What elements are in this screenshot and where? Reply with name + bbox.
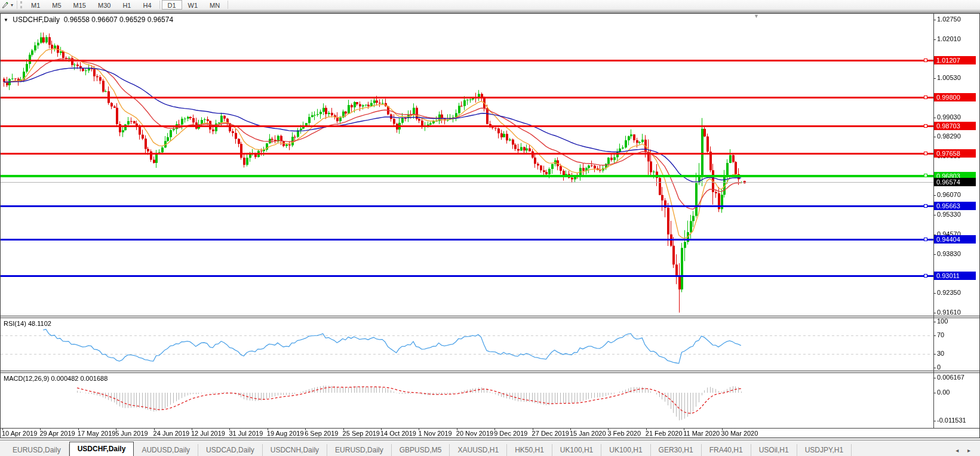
line-handle[interactable] [924,124,927,128]
price-axis-tick-label: 0.96070 [937,191,961,198]
timeframe-button-m15[interactable]: M15 [67,0,92,10]
timeframe-button-d1[interactable]: D1 [162,0,182,10]
rsi-axis-tick-label: 0 [937,363,941,371]
price-axis-tick-label: 0.93830 [937,250,961,257]
chart-tab-usdcnh-daily[interactable]: USDCNH,Daily [263,444,327,456]
line-handle[interactable] [924,58,927,62]
macd-axis-tick-label: 0.006167 [937,374,964,381]
price-axis-tick-label: 0.92350 [937,289,961,296]
rsi-indicator-label: RSI(14) 48.1102 [4,320,51,327]
date-axis-label: 31 Jul 2019 [229,430,263,437]
pane-separator[interactable] [0,371,980,371]
pane-separator[interactable] [0,318,980,318]
date-axis-label: 9 Dec 2019 [494,430,527,437]
timeframe-button-mn[interactable]: MN [204,0,226,10]
chart-tab-uk100-h1[interactable]: UK100,H1 [601,444,650,456]
chart-tab-uk100-h1[interactable]: UK100,H1 [552,444,601,456]
chart-tab-ger30-h1[interactable]: GER30,H1 [651,444,702,456]
top-toolbar: ▾ M1M5M15M30H1H4D1W1MN [0,0,980,10]
chart-tab-usdchf-daily[interactable]: USDCHF,Daily [69,442,134,456]
draw-line-icon [2,1,9,8]
chart-tab-usdcad-daily[interactable]: USDCAD,Daily [198,444,263,456]
macd-axis-tick [933,378,936,378]
macd-axis-tick [933,393,936,393]
chart-tab-gbpusd-m5[interactable]: GBPUSD,M5 [392,444,450,456]
macd-axis-tick [933,421,936,421]
rsi-axis-tick-label: 70 [937,331,944,338]
chart-shift-marker[interactable]: ▼ [754,13,759,19]
date-axis-label: 27 Dec 2019 [532,430,569,437]
tab-scroll-right-icon[interactable]: ▸ [967,447,974,454]
current-price-label: 0.96574 [934,178,976,186]
line-price-label: 0.99800 [934,93,976,101]
timeframe-button-h1[interactable]: H1 [116,0,137,10]
date-axis-label: 6 Sep 2019 [305,430,338,437]
chart-tab-bar: EURUSD,DailyUSDCHF,DailyAUDUSD,DailyUSDC… [0,440,980,456]
chart-window[interactable] [0,13,980,438]
toolbar-separator [17,1,17,9]
price-axis-tick [933,313,936,313]
line-handle[interactable] [924,174,927,177]
line-handle[interactable] [924,95,927,99]
support-line[interactable] [1,275,933,277]
line-price-label: 0.98703 [934,122,976,130]
chart-tab-xauusd-h1[interactable]: XAUUSD,H1 [450,444,507,456]
line-price-label: 0.93011 [934,272,976,280]
line-handle[interactable] [924,274,927,278]
support-line[interactable] [1,239,933,241]
chart-tab-eurusd-daily[interactable]: EURUSD,Daily [5,444,69,456]
rsi-axis-tick [933,368,936,368]
date-axis-label: 19 Aug 2019 [267,430,304,437]
pivot-line[interactable] [1,175,933,177]
timeframe-button-w1[interactable]: W1 [182,0,204,10]
pane-separator[interactable] [0,316,980,316]
chart-tab-usoil-h1[interactable]: USOil,H1 [751,444,797,456]
timeframe-button-h4[interactable]: H4 [137,0,157,10]
rsi-axis-tick-label: 30 [937,350,944,357]
line-price-label: 0.97658 [934,149,976,158]
drawing-tool-button[interactable]: ▾ [0,1,15,8]
line-handle[interactable] [924,238,927,241]
price-axis-tick-label: 0.99030 [937,113,961,121]
toolbar-grip[interactable] [20,1,22,8]
chart-tab-usdjpy-h1[interactable]: USDJPY,H1 [797,444,852,456]
collapse-triangle-icon[interactable]: ▼ [4,17,8,23]
support-line[interactable] [1,205,933,207]
chart-tab-audusd-daily[interactable]: AUDUSD,Daily [134,444,198,456]
date-axis-label: 5 Jun 2019 [115,430,148,437]
resistance-line[interactable] [1,97,933,98]
chart-tab-hk50-h1[interactable]: HK50,H1 [507,444,552,456]
macd-title: MACD(12,26,9) [4,375,49,382]
timeframe-button-m5[interactable]: M5 [46,0,67,10]
price-axis-tick [933,195,936,196]
toolbar-separator [159,1,160,9]
date-axis-label: 15 Jan 2020 [570,430,606,437]
price-axis-tick-label: 0.95330 [937,211,961,218]
resistance-line[interactable] [1,153,933,155]
date-axis-label: 20 Nov 2019 [456,430,493,437]
timeframe-button-m1[interactable]: M1 [25,0,46,10]
date-axis-label: 1 Nov 2019 [418,430,451,437]
chart-tab-fra40-h1[interactable]: FRA40,H1 [702,444,751,456]
pane-separator[interactable] [0,372,980,373]
resistance-line[interactable] [1,60,933,61]
date-axis-label: 24 Jun 2019 [153,430,190,437]
macd-axis-tick-label: 0.00 [937,389,950,396]
chart-tab-eurusd-daily[interactable]: EURUSD,Daily [327,444,392,456]
current-price-line [1,182,933,183]
toolbar-separator [228,1,228,9]
date-axis-label: 25 Sep 2019 [343,430,380,437]
rsi-title: RSI(14) [4,320,26,327]
chart-symbol-label: USDCHF,Daily [13,16,60,24]
macd-indicator-label: MACD(12,26,9) 0.000482 0.001688 [4,375,107,382]
line-handle[interactable] [924,152,927,155]
tab-scroll-left-icon[interactable]: ◂ [956,447,962,454]
date-axis-label: 10 Apr 2019 [2,430,37,437]
line-handle[interactable] [924,204,927,208]
timeframe-button-m30[interactable]: M30 [92,0,116,10]
tab-scroll-buttons: ◂ ▸ [956,447,980,456]
resistance-line[interactable] [1,125,933,127]
rsi-axis-tick-label: 100 [937,318,948,325]
date-axis-label: 30 Mar 2020 [721,430,758,437]
date-axis-label: 3 Feb 2020 [607,430,641,437]
